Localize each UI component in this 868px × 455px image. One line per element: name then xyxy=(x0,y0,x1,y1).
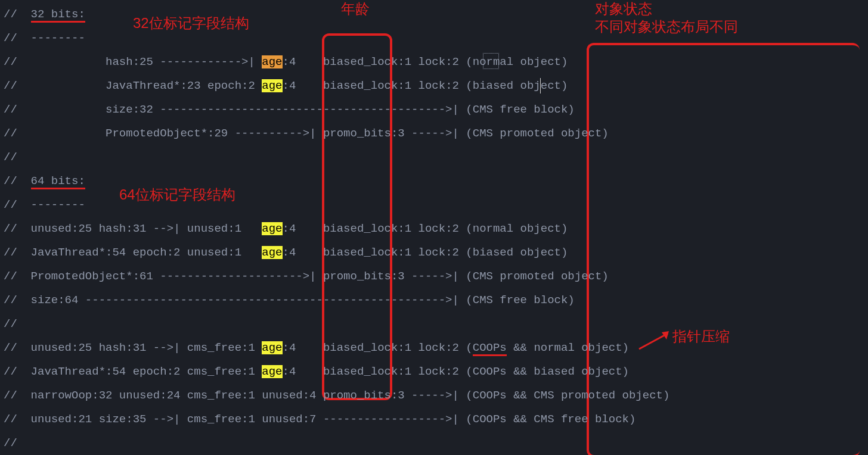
text: // unused:25 hash:31 -->| cms_free:1 xyxy=(4,341,262,354)
age-highlight: age xyxy=(262,222,282,235)
code-line: // unused:25 hash:31 -->| unused:1 age:4… xyxy=(4,217,864,241)
code-line: // JavaThread*:54 epoch:2 unused:1 age:4… xyxy=(4,241,864,264)
text: // unused:25 hash:31 -->| unused:1 xyxy=(4,222,262,235)
code-line: // -------- xyxy=(4,193,864,217)
age-highlight: age xyxy=(262,79,282,92)
text: // xyxy=(4,174,31,188)
text: // xyxy=(4,151,17,164)
text: :4 biased_lock:1 lock:2 ( xyxy=(283,341,473,354)
text: // -------- xyxy=(4,32,85,45)
dotted-selection xyxy=(483,53,499,69)
code-line: // size:32 -----------------------------… xyxy=(4,98,864,121)
text: :4 biased_lock:1 lock:2 (COOPs && biased… xyxy=(283,365,630,378)
code-line: // JavaThread*:54 epoch:2 cms_free:1 age… xyxy=(4,360,864,384)
text: // size:64 -----------------------------… xyxy=(4,294,575,307)
code-line: // xyxy=(4,431,864,455)
code-line: // 64 bits: xyxy=(4,169,864,193)
text: // PromotedObject*:29 ---------->| promo… xyxy=(4,127,609,140)
code-line: // JavaThread*:23 epoch:2 age:4 biased_l… xyxy=(4,74,864,98)
age-highlight: age xyxy=(262,246,282,259)
code-line: // unused:21 size:35 -->| cms_free:1 unu… xyxy=(4,407,864,431)
age-highlight: age xyxy=(262,365,282,378)
text: // xyxy=(4,8,31,21)
text: :4 biased_lock:1 lock:2 (normal object) xyxy=(283,55,568,68)
code-line: // size:64 -----------------------------… xyxy=(4,288,864,312)
code-line: // xyxy=(4,312,864,336)
code-line: // 32 bits: xyxy=(4,2,864,26)
text: // JavaThread*:54 epoch:2 cms_free:1 xyxy=(4,365,262,378)
text: :4 biased_lock:1 lock:2 (normal object) xyxy=(283,222,568,235)
code-line: // narrowOop:32 unused:24 cms_free:1 unu… xyxy=(4,384,864,407)
text: :4 biased_lock:1 lock:2 (biased object) xyxy=(283,79,568,92)
age-highlight: age xyxy=(262,55,282,68)
coops-highlight: COOPs xyxy=(473,341,507,356)
code-line: // unused:25 hash:31 -->| cms_free:1 age… xyxy=(4,336,864,360)
text-cursor xyxy=(540,78,541,94)
code-line: // PromotedObject*:61 ------------------… xyxy=(4,264,864,288)
text: // JavaThread*:23 epoch:2 xyxy=(4,79,262,92)
text: // hash:25 ------------>| xyxy=(4,55,262,68)
text: :4 biased_lock:1 lock:2 (biased object) xyxy=(283,246,568,259)
text: && normal object) xyxy=(507,341,629,354)
age-highlight: age xyxy=(262,341,282,354)
text: // xyxy=(4,317,17,331)
header-64bits: 64 bits: xyxy=(31,174,85,189)
text: // size:32 -----------------------------… xyxy=(4,103,575,116)
header-32bits: 32 bits: xyxy=(31,8,85,23)
text: // unused:21 size:35 -->| cms_free:1 unu… xyxy=(4,413,636,426)
code-line: // PromotedObject*:29 ---------->| promo… xyxy=(4,121,864,145)
text: // -------- xyxy=(4,198,85,211)
code-line: // hash:25 ------------>| age:4 biased_l… xyxy=(4,50,864,74)
text: // PromotedObject*:61 ------------------… xyxy=(4,270,609,283)
text: // JavaThread*:54 epoch:2 unused:1 xyxy=(4,246,262,259)
text: // narrowOop:32 unused:24 cms_free:1 unu… xyxy=(4,389,669,402)
code-line: // -------- xyxy=(4,26,864,50)
text: // xyxy=(4,437,17,450)
code-line: // xyxy=(4,145,864,169)
